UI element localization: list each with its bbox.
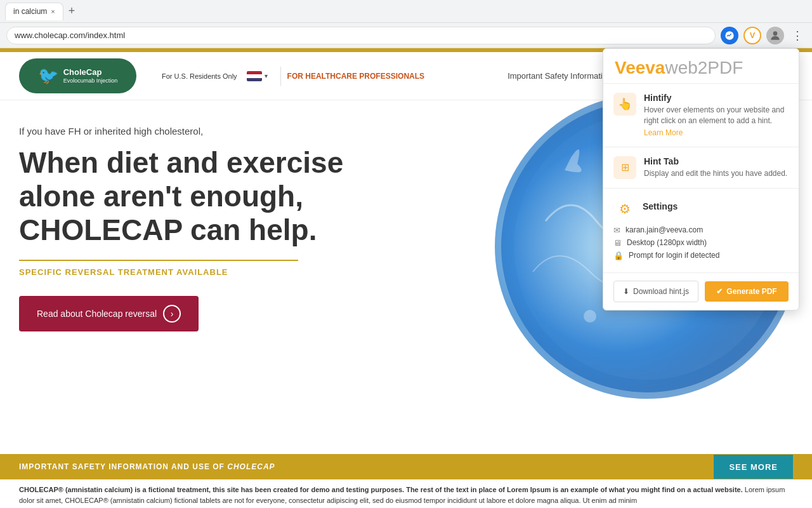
url-text: www.cholecap.com/index.html — [15, 30, 125, 40]
hintify-learn-more-link[interactable]: Learn More — [644, 128, 683, 137]
settings-email-value: karan.jain@veeva.com — [625, 225, 703, 234]
active-tab[interactable]: in calcium × — [5, 3, 63, 20]
hero-title: When diet and exercise alone aren't enou… — [19, 146, 400, 247]
lock-icon: 🔒 — [613, 251, 624, 260]
hint-tab-content: Hint Tab Display and edit the hints you … — [644, 156, 787, 179]
tab-title: in calcium — [13, 7, 47, 16]
important-safety-nav[interactable]: Important Safety Information — [508, 71, 612, 81]
hint-tab-title: Hint Tab — [644, 156, 787, 166]
hint-tab-section[interactable]: ⊞ Hint Tab Display and edit the hints yo… — [603, 147, 799, 189]
veeva-logo-veeva: Veeva — [615, 58, 665, 77]
veeva-logo: Veevaweb2PDF — [615, 59, 787, 77]
download-hint-button[interactable]: ⬇ Download hint.js — [613, 281, 698, 302]
hintify-title: Hintify — [644, 93, 789, 103]
hintify-section[interactable]: 👆 Hintify Hover over elements on your we… — [603, 84, 799, 147]
desktop-icon: 🖥 — [613, 238, 622, 248]
logo-brand: CholeCap — [63, 67, 118, 77]
safety-bar: IMPORTANT SAFETY INFORMATION AND USE OF … — [0, 454, 812, 508]
hintify-content: Hintify Hover over elements on your webs… — [644, 93, 789, 138]
checkmark-icon: ✔ — [716, 287, 723, 296]
hint-tab-icon: ⊞ — [613, 156, 636, 179]
settings-gear-icon: ⚙ — [613, 197, 636, 220]
settings-desktop-item: 🖥 Desktop (1280px width) — [613, 238, 789, 248]
browser-tab-bar: in calcium × + — [0, 0, 812, 23]
svg-point-1 — [773, 31, 778, 36]
veeva-footer: ⬇ Download hint.js ✔ Generate PDF — [603, 273, 799, 310]
veeva-popup: Veevaweb2PDF 👆 Hintify Hover over elemen… — [603, 48, 799, 311]
us-flag-icon — [247, 71, 262, 81]
browser-menu-icon[interactable]: ⋮ — [789, 29, 806, 43]
settings-section: ⚙ Settings ✉ karan.jain@veeva.com 🖥 Desk… — [603, 189, 799, 273]
messenger-icon[interactable] — [721, 27, 738, 44]
hero-cta-label: Read about Cholecap reversal — [37, 309, 157, 319]
settings-prompt-value: Prompt for login if detected — [629, 251, 719, 260]
download-label: Download hint.js — [633, 287, 689, 296]
hero-tag: SPECIFIC REVERSAL TREATMENT AVAILABLE — [19, 267, 400, 277]
hero-subtitle: If you have FH or inherited high cholest… — [19, 126, 400, 137]
see-more-button[interactable]: SEE MORE — [714, 455, 793, 479]
settings-desktop-value: Desktop (1280px width) — [627, 238, 707, 247]
svg-point-5 — [584, 310, 596, 323]
hintify-desc: Hover over elements on your website and … — [644, 105, 789, 126]
hero-cta-button[interactable]: Read about Cholecap reversal › — [19, 296, 199, 331]
email-icon: ✉ — [613, 225, 620, 235]
logo-bird-icon: 🐦 — [38, 66, 58, 86]
settings-prompt-item: 🔒 Prompt for login if detected — [613, 251, 789, 260]
address-bar-row: www.cholecap.com/index.html V ⋮ — [0, 23, 812, 48]
logo-sub: Evolocumab Injection — [63, 77, 118, 84]
settings-title: Settings — [643, 201, 678, 211]
nav-divider — [280, 67, 281, 86]
for-hcp-link[interactable]: FOR HEALTHCARE PROFESSIONALS — [287, 72, 424, 81]
user-avatar[interactable] — [766, 27, 784, 44]
hintify-icon: 👆 — [613, 93, 636, 116]
download-icon: ⬇ — [623, 287, 629, 296]
settings-email-item: ✉ karan.jain@veeva.com — [613, 225, 789, 235]
generate-pdf-button[interactable]: ✔ Generate PDF — [705, 281, 789, 302]
new-tab-button[interactable]: + — [66, 4, 78, 18]
address-bar[interactable]: www.cholecap.com/index.html — [6, 27, 716, 44]
important-safety-label: Important Safety Information — [508, 71, 612, 81]
hint-tab-desc: Display and edit the hints you have adde… — [644, 168, 787, 179]
safety-body-text: CHOLECAP® (amnistatin calcium) is a fict… — [19, 485, 793, 505]
for-us-label: For U.S. Residents Only — [162, 72, 237, 80]
hero-cta-arrow-icon: › — [163, 305, 181, 323]
veeva-extension-icon[interactable]: V — [743, 27, 761, 44]
hero-divider — [19, 260, 298, 261]
generate-label: Generate PDF — [726, 287, 776, 296]
veeva-header: Veevaweb2PDF — [603, 49, 799, 84]
tab-close-icon[interactable]: × — [51, 8, 55, 15]
flag-chevron-icon: ▾ — [265, 72, 268, 79]
safety-header-text: IMPORTANT SAFETY INFORMATION AND USE OF … — [19, 462, 275, 471]
flag-selector[interactable]: ▾ — [247, 71, 268, 81]
logo[interactable]: 🐦 CholeCap Evolocumab Injection — [19, 58, 136, 93]
veeva-logo-suffix: web2PDF — [665, 58, 743, 77]
